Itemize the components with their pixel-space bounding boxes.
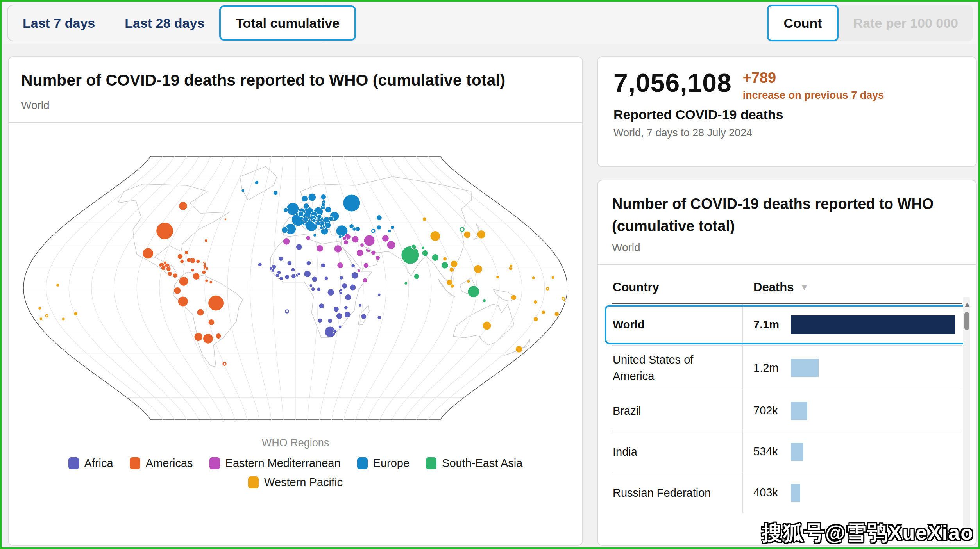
bubble-western-pacific[interactable] — [510, 264, 513, 267]
bubble-africa[interactable] — [345, 294, 351, 300]
bubble-eastern-mediterranean[interactable] — [334, 245, 342, 253]
bubble-europe[interactable] — [320, 226, 323, 229]
bubble-africa[interactable] — [275, 273, 279, 277]
bubble-africa[interactable] — [279, 256, 283, 261]
bubble-africa[interactable] — [333, 329, 337, 333]
bubble-europe[interactable] — [282, 227, 288, 233]
bubble-americas[interactable] — [203, 333, 213, 344]
bubble-europe[interactable] — [321, 194, 326, 200]
bubble-western-pacific[interactable] — [496, 275, 499, 278]
bubble-europe[interactable] — [321, 203, 325, 207]
bubble-europe[interactable] — [302, 195, 308, 201]
bubble-europe[interactable] — [388, 229, 391, 232]
bubble-americas[interactable] — [209, 280, 213, 283]
bubble-africa[interactable] — [286, 310, 289, 313]
bubble-americas[interactable] — [184, 250, 188, 254]
bubble-americas[interactable] — [179, 276, 188, 286]
bubble-americas[interactable] — [178, 296, 188, 307]
bubble-americas[interactable] — [166, 267, 171, 271]
bubble-americas[interactable] — [174, 287, 181, 294]
bubble-africa[interactable] — [361, 314, 367, 319]
bubble-americas[interactable] — [179, 201, 188, 210]
bubble-south-east-asia[interactable] — [422, 250, 428, 256]
bubble-americas[interactable] — [143, 248, 154, 259]
bubble-south-east-asia[interactable] — [468, 285, 479, 297]
bubble-western-pacific[interactable] — [533, 300, 537, 304]
bubble-americas[interactable] — [224, 218, 227, 220]
bubble-western-pacific[interactable] — [39, 317, 43, 320]
bubble-western-pacific[interactable] — [532, 276, 535, 279]
bubble-europe[interactable] — [255, 180, 259, 184]
bubble-europe[interactable] — [304, 222, 306, 225]
bubble-eastern-mediterranean[interactable] — [360, 243, 364, 247]
bubble-eastern-mediterranean[interactable] — [283, 238, 290, 245]
bubble-americas[interactable] — [173, 273, 177, 278]
legend-item-eastern-mediterranean[interactable]: Eastern Mediterranean — [209, 457, 341, 470]
bubble-europe[interactable] — [313, 234, 317, 237]
bubble-africa[interactable] — [327, 289, 334, 296]
bubble-africa[interactable] — [344, 311, 351, 317]
bubble-africa[interactable] — [344, 306, 348, 310]
bubble-africa[interactable] — [338, 325, 342, 328]
legend-item-africa[interactable]: Africa — [68, 457, 113, 470]
bubble-south-east-asia[interactable] — [422, 246, 425, 249]
bubble-africa[interactable] — [304, 270, 311, 277]
bubble-africa[interactable] — [297, 272, 300, 275]
bubble-americas[interactable] — [156, 222, 173, 239]
bubble-americas[interactable] — [208, 295, 224, 311]
bubble-eastern-mediterranean[interactable] — [363, 278, 367, 283]
bubble-eastern-mediterranean[interactable] — [367, 249, 370, 252]
bubble-africa[interactable] — [336, 313, 342, 319]
bubble-south-east-asia[interactable] — [404, 282, 408, 285]
bubble-europe[interactable] — [376, 215, 382, 220]
bubble-eastern-mediterranean[interactable] — [376, 255, 380, 260]
bubble-europe[interactable] — [338, 235, 342, 238]
bubble-south-east-asia[interactable] — [401, 246, 419, 264]
bubble-europe[interactable] — [308, 193, 316, 201]
bubble-south-east-asia[interactable] — [414, 273, 419, 279]
bubble-africa[interactable] — [306, 260, 311, 265]
bubble-africa[interactable] — [285, 274, 290, 279]
bubble-africa[interactable] — [258, 262, 262, 266]
bubble-africa[interactable] — [319, 303, 324, 308]
bubble-eastern-mediterranean[interactable] — [358, 269, 361, 272]
bubble-eastern-mediterranean[interactable] — [364, 235, 375, 246]
bubble-americas[interactable] — [177, 253, 183, 259]
bubble-south-east-asia[interactable] — [483, 299, 486, 302]
bubble-africa[interactable] — [287, 260, 292, 265]
bubble-americas[interactable] — [205, 239, 208, 242]
bubble-eastern-mediterranean[interactable] — [352, 236, 359, 243]
table-row-united-states-of-america[interactable]: United States of America1.2m — [612, 345, 962, 390]
bubble-eastern-mediterranean[interactable] — [363, 262, 369, 268]
bubble-europe[interactable] — [352, 227, 356, 231]
bubble-europe[interactable] — [329, 216, 333, 221]
bubble-western-pacific[interactable] — [74, 312, 78, 315]
bubble-africa[interactable] — [279, 276, 283, 280]
bubble-africa[interactable] — [272, 269, 275, 272]
bubble-europe[interactable] — [298, 211, 304, 216]
bubble-eastern-mediterranean[interactable] — [306, 235, 311, 240]
bubble-western-pacific[interactable] — [451, 260, 458, 267]
bubble-americas[interactable] — [202, 270, 206, 274]
bubble-western-pacific[interactable] — [483, 321, 491, 330]
column-header-deaths[interactable]: Deaths — [742, 280, 794, 294]
bubble-americas[interactable] — [180, 259, 184, 263]
bubble-western-pacific[interactable] — [477, 230, 486, 239]
bubble-africa[interactable] — [324, 276, 328, 280]
bubble-africa[interactable] — [350, 284, 356, 291]
table-row-world[interactable]: World7.1m — [612, 304, 962, 345]
bubble-africa[interactable] — [296, 244, 302, 250]
bubble-south-east-asia[interactable] — [441, 262, 448, 269]
bubble-europe[interactable] — [372, 229, 375, 232]
table-scrollbar[interactable]: ▲ — [963, 297, 970, 541]
bubble-western-pacific[interactable] — [563, 299, 566, 301]
bubble-western-pacific[interactable] — [422, 217, 426, 221]
bubble-americas[interactable] — [168, 271, 172, 276]
bubble-africa[interactable] — [318, 318, 322, 323]
bubble-western-pacific[interactable] — [474, 265, 483, 273]
sort-desc-icon[interactable]: ▼ — [800, 282, 808, 292]
bubble-africa[interactable] — [342, 283, 347, 289]
bubble-africa[interactable] — [328, 318, 333, 323]
bubble-americas[interactable] — [194, 332, 203, 341]
bubble-americas[interactable] — [187, 258, 191, 262]
